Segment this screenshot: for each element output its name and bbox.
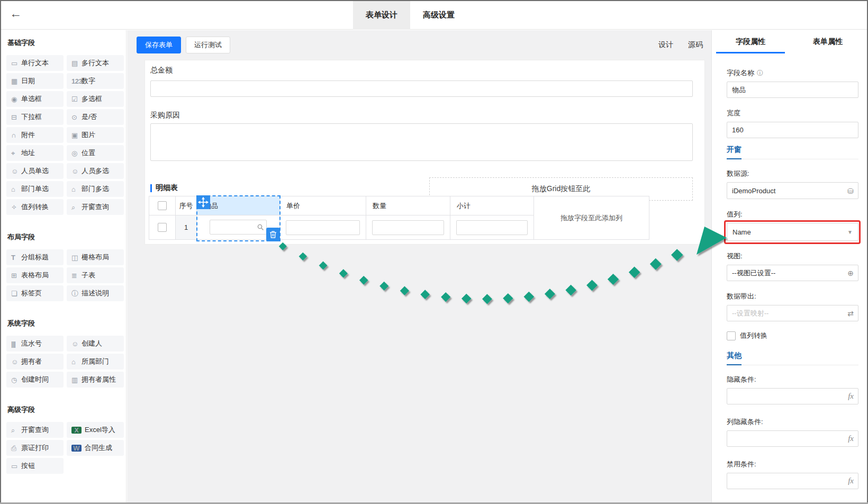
sidebar-item-label: 合同生成 bbox=[85, 443, 112, 453]
image-icon: ▣ bbox=[71, 132, 82, 139]
text-title-icon: T bbox=[11, 254, 21, 261]
price-input[interactable] bbox=[286, 220, 360, 235]
sidebar-item-department-single[interactable]: ⌂部门单选 bbox=[6, 181, 64, 197]
sidebar-item-contract-generate[interactable]: W合同生成 bbox=[67, 440, 124, 456]
sidebar-item-yes-no[interactable]: ⊙是/否 bbox=[67, 109, 124, 125]
delete-column-button[interactable] bbox=[266, 228, 280, 241]
sidebar-item-create-time[interactable]: ◷创建时间 bbox=[6, 372, 64, 388]
sidebar-item-description[interactable]: ⓘ描述说明 bbox=[67, 285, 124, 301]
sidebar-item-ticket-print[interactable]: ⎙票证打印 bbox=[6, 440, 64, 456]
title-accent-bar bbox=[150, 184, 152, 192]
select-all-checkbox[interactable] bbox=[158, 201, 167, 210]
sidebar-item-address[interactable]: ⌖地址 bbox=[6, 145, 64, 161]
sidebar-item-excel-import[interactable]: XExcel导入 bbox=[67, 422, 124, 438]
data-mapping-label: 数据带出: bbox=[727, 292, 858, 301]
sidebar-item-label: 按钮 bbox=[21, 461, 35, 471]
sidebar-section-title: 基础字段 bbox=[7, 38, 126, 48]
multi-line-text-icon: ▤ bbox=[71, 60, 82, 67]
sidebar-item-owner-attribute[interactable]: ▥拥有者属性 bbox=[67, 372, 124, 388]
disable-condition-input[interactable] bbox=[727, 473, 858, 489]
amount-input[interactable] bbox=[150, 80, 693, 97]
view-input[interactable] bbox=[727, 265, 858, 281]
sidebar-item-number[interactable]: 123数字 bbox=[67, 73, 124, 89]
sidebar-item-date[interactable]: ▦日期 bbox=[6, 73, 64, 89]
info-icon[interactable]: ⓘ bbox=[757, 69, 763, 78]
sidebar-item-department-multi[interactable]: ⌂部门多选 bbox=[67, 181, 124, 197]
fx-formula-icon[interactable]: fx bbox=[848, 477, 854, 485]
add-column-dropzone[interactable]: 拖放字段至此添加列 bbox=[534, 196, 649, 240]
sidebar-item-multi-line-text[interactable]: ▤多行文本 bbox=[67, 55, 124, 71]
back-arrow-icon[interactable]: ← bbox=[10, 6, 22, 21]
section-other-title[interactable]: 其他 bbox=[727, 351, 742, 365]
sidebar-item-group-title[interactable]: T分组标题 bbox=[6, 249, 64, 265]
shuffle-icon[interactable]: ⇄ bbox=[847, 310, 854, 317]
sidebar-item-label: 日期 bbox=[21, 76, 35, 86]
reason-textarea[interactable] bbox=[150, 123, 693, 161]
column-header-price[interactable]: 单价 bbox=[280, 196, 366, 215]
data-mapping-input[interactable] bbox=[727, 305, 858, 321]
tab-form-design[interactable]: 表单设计 bbox=[353, 0, 410, 30]
sidebar-item-table-layout[interactable]: ⊞表格布局 bbox=[6, 267, 64, 283]
column-header-subtotal[interactable]: 小计 bbox=[450, 196, 534, 215]
sidebar-item-person-single[interactable]: ☺人员单选 bbox=[6, 163, 64, 179]
section-window-title[interactable]: 开窗 bbox=[727, 145, 742, 159]
subtotal-input[interactable] bbox=[456, 220, 528, 235]
sidebar-item-label: 部门多选 bbox=[82, 184, 109, 194]
sidebar-item-lookup-query-adv[interactable]: ⌕开窗查询 bbox=[6, 422, 64, 438]
database-icon[interactable]: ⛁ bbox=[847, 187, 854, 195]
width-input[interactable] bbox=[727, 122, 858, 138]
sidebar-item-owner[interactable]: ☺拥有者 bbox=[6, 354, 64, 370]
sidebar-item-button[interactable]: ▭按钮 bbox=[6, 458, 64, 474]
save-form-button[interactable]: 保存表单 bbox=[137, 37, 181, 53]
sidebar-item-label: 票证打印 bbox=[21, 443, 49, 453]
sidebar-item-location[interactable]: ◎位置 bbox=[67, 145, 124, 161]
sidebar-item-single-line-text[interactable]: ▭单行文本 bbox=[6, 55, 64, 71]
number-123-icon: 123 bbox=[71, 78, 82, 85]
sidebar-item-owner-department[interactable]: ⌂所属部门 bbox=[67, 354, 124, 370]
sidebar-item-subtable[interactable]: ≣子表 bbox=[67, 267, 124, 283]
magic-wand-icon: ✧ bbox=[11, 204, 21, 211]
sidebar-item-person-multi[interactable]: ☺人员多选 bbox=[67, 163, 124, 179]
reason-field-label: 采购原因 bbox=[150, 111, 180, 120]
sidebar-item-serial-number[interactable]: |||流水号 bbox=[6, 336, 64, 352]
row-checkbox[interactable] bbox=[158, 223, 167, 232]
fx-formula-icon[interactable]: fx bbox=[848, 435, 854, 443]
tab-page-icon: ❏ bbox=[11, 290, 21, 297]
tab-form-properties[interactable]: 表单属性 bbox=[789, 30, 866, 53]
info-circle-icon: ⓘ bbox=[71, 290, 82, 297]
column-hide-condition-input[interactable] bbox=[727, 430, 858, 447]
sidebar-item-grid-layout[interactable]: ◫栅格布局 bbox=[67, 249, 124, 265]
tab-source-view[interactable]: 源码 bbox=[688, 40, 703, 50]
move-arrows-icon bbox=[197, 196, 209, 208]
sidebar-section-title: 布局字段 bbox=[7, 232, 126, 242]
price-data-cell bbox=[280, 215, 366, 240]
person-icon: ☺ bbox=[11, 358, 21, 365]
sidebar-item-checkbox[interactable]: ☑多选框 bbox=[67, 91, 124, 107]
sidebar-item-value-transform[interactable]: ✧值列转换 bbox=[6, 199, 64, 215]
datasource-input[interactable] bbox=[727, 182, 858, 199]
tab-field-properties[interactable]: 字段属性 bbox=[712, 30, 789, 53]
column-header-qty[interactable]: 数量 bbox=[366, 196, 450, 215]
sidebar-item-tab-page[interactable]: ❏标签页 bbox=[6, 285, 64, 301]
department-icon: ⌂ bbox=[11, 186, 21, 193]
tab-advanced-settings[interactable]: 高级设置 bbox=[410, 0, 467, 30]
sidebar-item-dropdown[interactable]: ⊟下拉框 bbox=[6, 109, 64, 125]
qty-input[interactable] bbox=[372, 220, 444, 235]
sidebar-item-radio[interactable]: ◉单选框 bbox=[6, 91, 64, 107]
sidebar-item-image[interactable]: ▣图片 bbox=[67, 127, 124, 143]
sidebar-item-label: 开窗查询 bbox=[21, 425, 49, 435]
sidebar-item-creator[interactable]: ☺创建人 bbox=[67, 336, 124, 352]
value-column-select[interactable]: Name ▼ bbox=[727, 223, 858, 241]
tab-design-view[interactable]: 设计 bbox=[658, 40, 673, 50]
globe-icon[interactable]: ⊕ bbox=[847, 269, 854, 277]
value-transform-checkbox[interactable] bbox=[727, 331, 736, 340]
move-column-handle[interactable] bbox=[196, 195, 210, 209]
sidebar-item-lookup-query[interactable]: ⌕开窗查询 bbox=[67, 199, 124, 215]
run-test-button[interactable]: 运行测试 bbox=[186, 37, 230, 53]
sidebar-item-attachment[interactable]: ∩附件 bbox=[6, 127, 64, 143]
hide-condition-input[interactable] bbox=[727, 388, 858, 404]
fx-formula-icon[interactable]: fx bbox=[848, 392, 854, 400]
field-name-input[interactable] bbox=[727, 82, 858, 98]
search-icon: ⌕ bbox=[11, 427, 21, 434]
sidebar-item-label: 拥有者 bbox=[21, 357, 42, 366]
